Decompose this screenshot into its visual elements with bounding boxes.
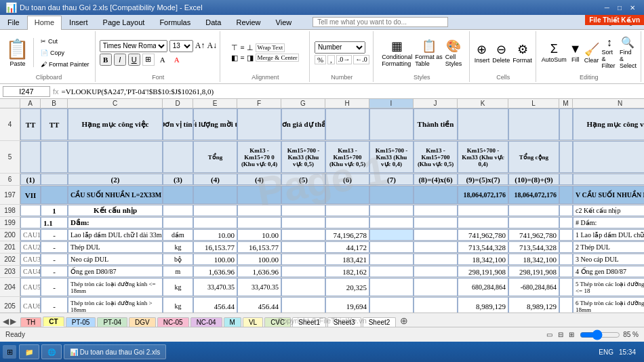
decrease-decimal-button[interactable]: ←.0: [353, 55, 369, 64]
col-header-n[interactable]: N: [573, 99, 644, 108]
col-header-j[interactable]: J: [414, 99, 458, 108]
sheet-tab-sheet3[interactable]: Sheet3: [327, 317, 361, 327]
col-header-k[interactable]: K: [458, 99, 508, 108]
minimize-button[interactable]: ─: [601, 3, 613, 12]
cell-200-k[interactable]: 741,962,780: [458, 229, 508, 241]
col-header-a[interactable]: A: [20, 99, 41, 108]
format-cells-button[interactable]: ⚙Format: [512, 42, 532, 64]
cell-200-h[interactable]: 74,196,278: [325, 229, 369, 241]
number-format-select[interactable]: Number: [315, 41, 365, 54]
cell-204-a[interactable]: CAU5: [20, 278, 41, 296]
col-header-h[interactable]: H: [325, 99, 369, 108]
align-bottom-button[interactable]: ⊥: [247, 43, 254, 52]
cell-204-l[interactable]: -680,284,864: [508, 278, 559, 296]
find-select-button[interactable]: 🔍Find &Select: [620, 36, 637, 69]
close-button[interactable]: ✕: [626, 3, 639, 12]
wrap-text-button[interactable]: Wrap Text: [256, 43, 285, 52]
italic-button[interactable]: I: [114, 54, 126, 66]
cell-202-a[interactable]: CAU3: [20, 254, 41, 265]
increase-font-button[interactable]: A↑: [195, 41, 205, 51]
cell-197-l[interactable]: 18,064,072,176: [508, 186, 559, 204]
cell-199-c[interactable]: Dầm:: [68, 217, 163, 228]
font-name-select[interactable]: Times New Roman: [100, 40, 167, 52]
sheet-tab-nc05[interactable]: NC-05: [157, 317, 189, 327]
cell-203-d[interactable]: m: [163, 266, 193, 277]
cell-198-b[interactable]: 1: [41, 205, 68, 216]
cell-201-a[interactable]: CAU2: [20, 241, 41, 253]
cell-200-e[interactable]: 10.00: [193, 229, 237, 241]
sheet-tab-nc04[interactable]: NC-04: [190, 317, 222, 327]
cell-6-i[interactable]: (7): [369, 174, 414, 185]
cell-4-a[interactable]: TT: [20, 108, 41, 140]
fill-color-button[interactable]: A: [157, 54, 169, 66]
tab-review[interactable]: Review: [228, 16, 268, 30]
view-layout-button[interactable]: ⊟: [558, 331, 563, 338]
cell-202-c[interactable]: Neo cáp DUL: [68, 254, 163, 265]
cell-197-n[interactable]: V CẦU SUỐI NHUẦN L=2X33M: [573, 186, 644, 204]
cell-200-n[interactable]: 1 Lao lắp dầm DUL chữ I dài 33m: [573, 229, 644, 241]
cell-4-h[interactable]: [325, 108, 369, 140]
cell-201-n[interactable]: 2 Thép DUL: [573, 241, 644, 253]
cell-6-f[interactable]: (4): [237, 174, 281, 185]
cell-201-h[interactable]: 44,172: [325, 241, 369, 253]
cell-200-i[interactable]: [369, 229, 414, 241]
merge-center-button[interactable]: Merge & Center: [256, 54, 300, 62]
cell-4-c[interactable]: Hạng mục công việc: [68, 108, 163, 140]
col-header-b[interactable]: B: [41, 99, 68, 108]
taskbar-excel[interactable]: 📊 Du toan dau thau Goi 2.xls: [64, 344, 166, 359]
cell-200-d[interactable]: dầm: [163, 229, 193, 241]
cell-styles-button[interactable]: 🎨CellStyles: [445, 39, 462, 67]
cell-202-l[interactable]: 18,342,100: [508, 254, 559, 265]
clear-button[interactable]: 🧹Clear: [584, 42, 599, 64]
cell-199-n[interactable]: # Dầm:: [573, 217, 644, 228]
cell-5-j[interactable]: Km13 - Km15+700 (Khu vực 0,5): [414, 141, 458, 173]
align-center-button[interactable]: ≡: [240, 54, 244, 62]
copy-button[interactable]: 📄 Copy: [38, 47, 92, 58]
cell-200-a[interactable]: CAU1: [20, 229, 41, 241]
sheet-tab-sheet2[interactable]: Sheet2: [363, 317, 397, 327]
underline-button[interactable]: U: [128, 54, 140, 66]
cell-204-f[interactable]: 33,470.35: [237, 278, 281, 296]
cell-204-e[interactable]: 33,470.35: [193, 278, 237, 296]
cell-203-k[interactable]: 298,191,908: [458, 266, 508, 277]
cell-4-b[interactable]: TT: [41, 108, 68, 140]
format-as-table-button[interactable]: 📋Format asTable: [415, 39, 443, 67]
sheet-tab-sheet1[interactable]: Sheet1: [292, 317, 326, 327]
tab-home[interactable]: Home: [27, 16, 62, 30]
cell-199-b[interactable]: 1.1: [41, 217, 68, 228]
cell-6-l[interactable]: (10)=(8)+(9): [508, 174, 559, 185]
cell-200-b[interactable]: -: [41, 229, 68, 241]
col-header-m[interactable]: M: [559, 99, 573, 108]
cell-201-b[interactable]: -: [41, 241, 68, 253]
format-painter-button[interactable]: 🖌 Format Painter: [38, 59, 92, 70]
cell-202-k[interactable]: 18,342,100: [458, 254, 508, 265]
sheet-tab-dgv[interactable]: DGV: [129, 317, 156, 327]
cut-button[interactable]: ✂ Cut: [38, 36, 92, 47]
sheet-tab-pt04[interactable]: PT-04: [97, 317, 127, 327]
sort-filter-button[interactable]: ↕Sort &Filter: [602, 37, 617, 69]
zoom-slider[interactable]: [580, 329, 620, 340]
tab-file[interactable]: File: [0, 16, 27, 30]
col-header-f[interactable]: F: [237, 99, 281, 108]
cell-198-c[interactable]: Kết cấu nhịp: [68, 205, 163, 216]
cell-4-l[interactable]: [508, 108, 559, 140]
formula-input[interactable]: [62, 87, 641, 96]
cell-201-f[interactable]: 16,153.77: [237, 241, 281, 253]
cell-4-f[interactable]: [237, 108, 281, 140]
cell-197-c[interactable]: CẦU SUỐI NHUẦN L=2X33M (KM25+910,91): [68, 186, 163, 204]
cell-201-e[interactable]: 16,153.77: [193, 241, 237, 253]
font-size-select[interactable]: 13: [169, 40, 193, 52]
cell-6-j[interactable]: (8)=(4)x(6): [414, 174, 458, 185]
comma-button[interactable]: ,: [327, 55, 335, 64]
col-header-l[interactable]: L: [508, 99, 559, 108]
cell-203-h[interactable]: 182,162: [325, 266, 369, 277]
search-input[interactable]: [313, 17, 448, 27]
cell-4-n[interactable]: Hạng mục công việc: [573, 108, 644, 140]
col-header-d[interactable]: D: [163, 99, 193, 108]
cell-204-d[interactable]: kg: [163, 278, 193, 296]
cell-6-e[interactable]: (4): [193, 174, 237, 185]
cell-6-c[interactable]: (2): [68, 174, 163, 185]
align-top-button[interactable]: ⊤: [231, 43, 238, 52]
sheet-tab-ct[interactable]: CT: [43, 317, 64, 327]
window-controls[interactable]: ─ □ ✕: [601, 3, 639, 12]
